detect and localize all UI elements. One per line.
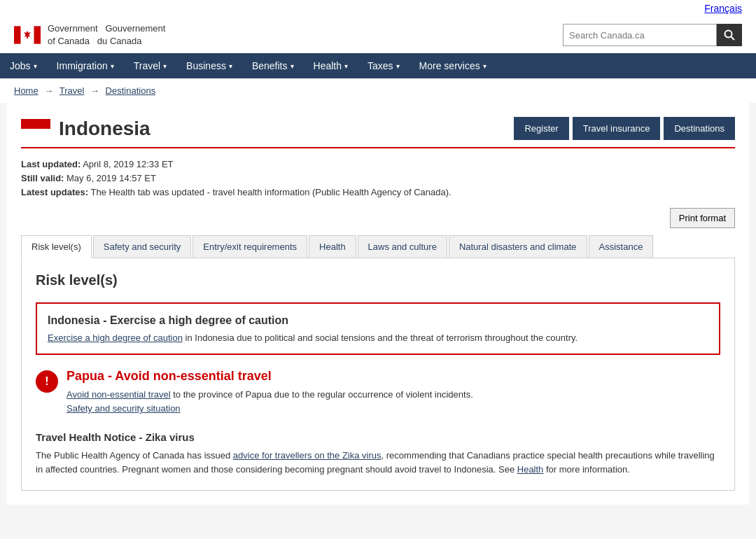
svg-point-5 [725, 31, 732, 38]
nav-immigration[interactable]: Immigration ▾ [47, 53, 124, 78]
nav-health[interactable]: Health ▾ [304, 53, 358, 78]
breadcrumb-sep2: → [90, 85, 99, 96]
logo-area: Government Gouvernement of Canada du Can… [14, 22, 165, 48]
country-title: Indonesia [21, 118, 150, 140]
nav-taxes-arrow: ▾ [396, 62, 400, 70]
search-input[interactable] [563, 24, 717, 46]
gov-name: Government Gouvernement of Canada du Can… [48, 22, 165, 48]
tab-safety-security[interactable]: Safety and security [93, 235, 192, 258]
breadcrumb-sep1: → [44, 85, 53, 96]
nav-benefits[interactable]: Benefits ▾ [242, 53, 304, 78]
warning-content: Papua - Avoid non-essential travel Avoid… [66, 369, 473, 417]
svg-rect-4 [27, 36, 28, 38]
nav-jobs-arrow: ▾ [34, 62, 37, 70]
french-link[interactable]: Français [704, 3, 742, 14]
register-button[interactable]: Register [514, 117, 568, 140]
svg-rect-7 [21, 119, 50, 129]
breadcrumb: Home → Travel → Destinations [0, 78, 756, 103]
warning-icon: ! [36, 370, 58, 393]
nav-jobs[interactable]: Jobs ▾ [0, 53, 47, 78]
alert-link[interactable]: Exercise a high degree of caution [48, 332, 183, 343]
nav-travel[interactable]: Travel ▾ [124, 53, 176, 78]
svg-rect-2 [34, 27, 41, 44]
zika-link[interactable]: advice for travellers on the Zika virus [233, 450, 382, 461]
health-notice-body: The Public Health Agency of Canada has i… [36, 449, 720, 476]
header: Français Government Gouvernement of Cana… [0, 0, 756, 53]
tab-health[interactable]: Health [309, 235, 356, 258]
country-header: Indonesia Register Travel insurance Dest… [21, 117, 735, 148]
warning-section: ! Papua - Avoid non-essential travel Avo… [36, 369, 720, 417]
latest-updates: Latest updates: The Health tab was updat… [21, 187, 735, 197]
tab-entry-exit[interactable]: Entry/exit requirements [192, 235, 307, 258]
travel-insurance-button[interactable]: Travel insurance [573, 117, 661, 140]
search-icon [724, 29, 735, 41]
warning-body1: Avoid non-essential travel to the provin… [66, 389, 473, 400]
nav-immigration-arrow: ▾ [111, 62, 114, 70]
nav-travel-arrow: ▾ [163, 62, 167, 70]
health-notice-title: Travel Health Notice - Zika virus [36, 431, 720, 443]
warning-link2[interactable]: Safety and security situation [66, 403, 181, 414]
search-area [563, 24, 742, 46]
country-name: Indonesia [59, 118, 150, 140]
alert-box: Indonesia - Exercise a high degree of ca… [36, 302, 720, 355]
tab-risk-levels[interactable]: Risk level(s) [21, 235, 92, 258]
canada-flag-icon [14, 26, 41, 44]
tabs: Risk level(s) Safety and security Entry/… [21, 235, 735, 258]
country-buttons: Register Travel insurance Destinations [514, 117, 735, 140]
tab-laws-culture[interactable]: Laws and culture [358, 235, 447, 258]
nav-taxes[interactable]: Taxes ▾ [358, 53, 410, 78]
indonesia-flag-icon [21, 119, 50, 139]
nav-business-arrow: ▾ [229, 62, 232, 70]
health-notice: Travel Health Notice - Zika virus The Pu… [36, 431, 720, 476]
tab-assistance[interactable]: Assistance [589, 235, 654, 258]
nav-benefits-arrow: ▾ [290, 62, 294, 70]
warning-link2-para: Safety and security situation [66, 403, 473, 414]
nav-more-services-arrow: ▾ [483, 62, 486, 70]
print-format-button[interactable]: Print format [670, 208, 735, 228]
main-nav: Jobs ▾ Immigration ▾ Travel ▾ Business ▾… [0, 53, 756, 78]
warning-title: Papua - Avoid non-essential travel [66, 369, 473, 384]
main-content: Indonesia Register Travel insurance Dest… [7, 103, 749, 505]
tab-natural-disasters[interactable]: Natural disasters and climate [449, 235, 587, 258]
warning-link1[interactable]: Avoid non-essential travel [66, 389, 171, 400]
alert-body: Exercise a high degree of caution in Ind… [48, 332, 708, 343]
destinations-button[interactable]: Destinations [664, 117, 735, 140]
still-valid: Still valid: May 6, 2019 14:57 ET [21, 173, 735, 183]
breadcrumb-travel[interactable]: Travel [59, 85, 85, 96]
print-area: Print format [21, 208, 735, 228]
tab-content: Risk level(s) Indonesia - Exercise a hig… [21, 258, 735, 491]
alert-title: Indonesia - Exercise a high degree of ca… [48, 314, 708, 327]
svg-line-6 [732, 37, 735, 41]
health-link[interactable]: Health [517, 464, 544, 475]
search-button[interactable] [717, 24, 742, 46]
last-updated: Last updated: April 8, 2019 12:33 ET [21, 159, 735, 169]
nav-business[interactable]: Business ▾ [176, 53, 242, 78]
risk-heading: Risk level(s) [36, 272, 720, 288]
svg-rect-1 [14, 27, 21, 44]
breadcrumb-home[interactable]: Home [14, 85, 38, 96]
nav-more-services[interactable]: More services ▾ [410, 53, 496, 78]
svg-rect-8 [21, 129, 50, 139]
nav-health-arrow: ▾ [344, 62, 348, 70]
breadcrumb-destinations[interactable]: Destinations [106, 85, 156, 96]
